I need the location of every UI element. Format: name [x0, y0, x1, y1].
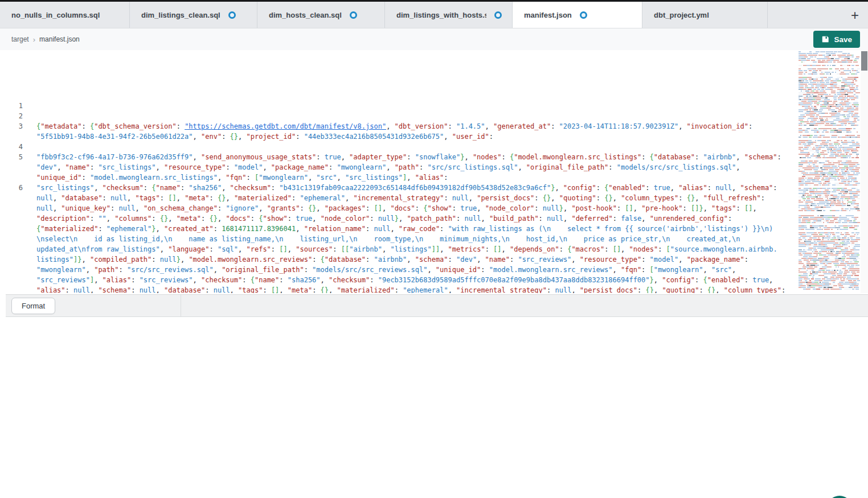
vertical-scrollbar[interactable]: [861, 50, 868, 293]
code-row[interactable]: {"metadata": {"dbt_schema_version": "htt…: [36, 121, 797, 131]
dbt-ide-window: { "tabs": { "items": [ {"label": "no_nul…: [0, 0, 868, 498]
unsaved-changes-dot-icon[interactable]: [350, 11, 357, 19]
breadcrumb-bar: target › manifest.json: [0, 28, 868, 50]
code-row[interactable]: "description": "", "columns": {}, "meta"…: [36, 213, 797, 224]
line-number: 2: [6, 111, 23, 121]
code-row[interactable]: "src_listings", "checksum": {"name": "sh…: [36, 183, 797, 193]
code-row[interactable]: "alias": null, "schema": null, "database…: [36, 285, 797, 293]
tab-no-nulls-in-columns-sql[interactable]: no_nulls_in_columns.sql: [0, 2, 130, 28]
code-row[interactable]: "unique_id": "model.mwonglearn.src_listi…: [36, 172, 797, 183]
code-row[interactable]: updated_at\nfrom raw_listings", "languag…: [36, 244, 797, 254]
line-number: 3: [6, 121, 23, 131]
strip-divider: [181, 295, 181, 316]
editor-tab-bar: no_nulls_in_columns.sqldim_listings_clea…: [0, 2, 868, 28]
tab-label: no_nulls_in_columns.sql: [11, 11, 100, 19]
tab-label: dbt_project.yml: [654, 11, 709, 19]
tab-label: dim_listings_with_hosts.sql: [396, 11, 486, 19]
tab-label: manifest.json: [524, 11, 572, 19]
save-icon: [821, 35, 829, 43]
code-row[interactable]: "fbb9f3c2-cf96-4a17-b736-976a62d35ff9", …: [36, 152, 797, 162]
tab-dim-listings-with-hosts-sql[interactable]: dim_listings_with_hosts.sql: [385, 2, 513, 28]
code-row[interactable]: null, "unique_key": null, "on_schema_cha…: [36, 203, 797, 213]
tab-label: dim_listings_clean.sql: [141, 11, 220, 19]
tab-dim-hosts-clean-sql[interactable]: dim_hosts_clean.sql: [257, 2, 385, 28]
minimap[interactable]: [797, 50, 860, 290]
code-row[interactable]: null, "database": null, "tags": [], "met…: [36, 193, 797, 203]
line-number: 5: [6, 152, 23, 162]
breadcrumb: target › manifest.json: [11, 28, 80, 50]
unsaved-changes-dot-icon[interactable]: [228, 11, 236, 19]
code-row[interactable]: "5f51bb91-94b8-4e31-94f2-26b5e061d22a", …: [36, 131, 797, 142]
tab-manifest-json[interactable]: manifest.json: [513, 2, 642, 28]
format-button[interactable]: Format: [11, 298, 55, 314]
code-row[interactable]: [36, 142, 797, 152]
code-row[interactable]: "mwonglearn", "path": "src/src_reviews.s…: [36, 265, 797, 275]
line-number: 4: [6, 142, 23, 152]
tab-label: dim_hosts_clean.sql: [269, 11, 342, 19]
format-strip: Format: [6, 294, 868, 317]
code-row[interactable]: \nselect\n id as listing_id,\n name as l…: [36, 234, 797, 244]
breadcrumb-file[interactable]: manifest.json: [39, 35, 80, 43]
tab-dim-listings-clean-sql[interactable]: dim_listings_clean.sql: [130, 2, 257, 28]
code-row[interactable]: [36, 111, 797, 121]
chevron-right-icon: ›: [33, 35, 35, 44]
code-editor[interactable]: 123456 {"metadata": {"dbt_schema_version…: [0, 50, 797, 293]
save-button-label: Save: [834, 35, 852, 44]
code-row[interactable]: "dev", "name": "src_listings", "resource…: [36, 162, 797, 172]
code-row[interactable]: listings"]}, "compiled_path": null}, "mo…: [36, 254, 797, 265]
scrollbar-thumb[interactable]: [861, 51, 867, 71]
code-row[interactable]: [36, 101, 797, 111]
code-row[interactable]: "src_reviews"], "alias": "src_reviews", …: [36, 275, 797, 285]
new-tab-button[interactable]: +: [845, 2, 865, 28]
unsaved-changes-dot-icon[interactable]: [580, 11, 587, 19]
breadcrumb-folder[interactable]: target: [11, 35, 29, 43]
line-number: 1: [6, 101, 23, 111]
unsaved-changes-dot-icon[interactable]: [494, 11, 502, 19]
help-fab-button[interactable]: [827, 496, 852, 498]
code-row[interactable]: {"materialized": "ephemeral"}, "created_…: [36, 224, 797, 234]
line-number: 6: [6, 183, 23, 193]
tab-dbt-project-yml[interactable]: dbt_project.yml: [642, 2, 768, 28]
save-button[interactable]: Save: [813, 31, 860, 48]
line-number-gutter: 123456: [6, 50, 23, 293]
